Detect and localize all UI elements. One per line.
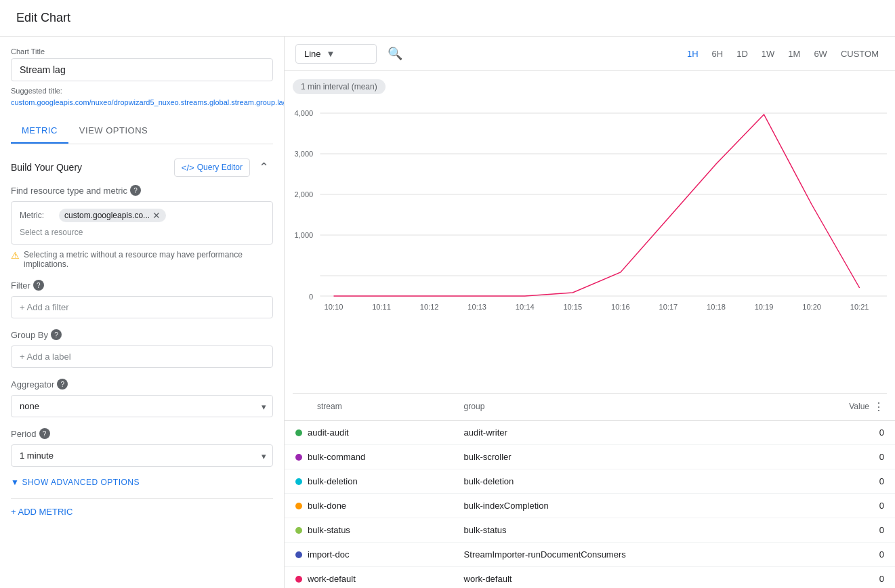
right-panel: Line ▼ 🔍 1H 6H 1D 1W 1M 6W CUSTOM 1 min … xyxy=(285,37,895,588)
tab-metric[interactable]: METRIC xyxy=(11,119,68,144)
filter-help-icon[interactable]: ? xyxy=(33,280,44,291)
aggregator-label: Aggregator ? xyxy=(11,379,273,390)
stream-dot xyxy=(295,503,302,509)
table-row: work-default work-default 0 xyxy=(285,567,895,589)
value-cell: 0 xyxy=(791,421,895,445)
chart-svg-container: 4,000 3,000 2,000 1,000 0 10:10 10:11 10… xyxy=(293,100,887,330)
table-row: bulk-status bulk-status 0 xyxy=(285,518,895,543)
table-body: audit-audit audit-writer 0 bulk-command … xyxy=(285,421,895,589)
aggregator-select[interactable]: none sum mean min max xyxy=(11,395,273,417)
tab-view-options[interactable]: VIEW OPTIONS xyxy=(68,119,159,144)
chart-type-value: Line xyxy=(304,49,321,59)
code-icon: </> xyxy=(182,163,194,173)
find-resource-section: Find resource type and metric ? Metric: … xyxy=(11,185,273,269)
group-by-input[interactable]: + Add a label xyxy=(11,345,273,368)
group-by-label: Group By ? xyxy=(11,329,273,340)
stream-cell: import-doc xyxy=(285,543,453,567)
find-resource-help-icon[interactable]: ? xyxy=(130,185,141,196)
svg-text:10:18: 10:18 xyxy=(707,303,726,311)
metric-row: Metric: custom.googleapis.co... ✕ xyxy=(20,209,264,222)
columns-icon[interactable]: ⋮ xyxy=(873,400,884,413)
group-by-help-icon[interactable]: ? xyxy=(51,329,62,340)
group-cell: bulk-indexCompletion xyxy=(453,494,791,518)
stream-name: bulk-done xyxy=(308,501,346,511)
group-cell: audit-writer xyxy=(453,421,791,445)
time-btn-6w[interactable]: 6W xyxy=(808,46,833,62)
svg-text:10:21: 10:21 xyxy=(850,303,869,311)
stream-dot xyxy=(295,429,302,436)
svg-text:10:12: 10:12 xyxy=(420,303,439,311)
chart-toolbar: Line ▼ 🔍 1H 6H 1D 1W 1M 6W CUSTOM xyxy=(285,37,895,71)
data-table: stream group Value ⋮ audit-audit audi xyxy=(285,394,895,589)
stream-name: import-doc xyxy=(308,549,349,560)
value-cell: 0 xyxy=(791,518,895,543)
filter-label: Filter ? xyxy=(11,280,273,291)
filter-input[interactable]: + Add a filter xyxy=(11,296,273,318)
add-metric-button[interactable]: + ADD METRIC xyxy=(11,498,273,525)
find-resource-label: Find resource type and metric ? xyxy=(11,185,273,196)
period-select[interactable]: 1 minute 5 minutes 10 minutes 15 minutes… xyxy=(11,444,273,467)
stream-dot xyxy=(295,551,302,558)
warning-text: Selecting a metric without a resource ma… xyxy=(24,250,273,269)
time-btn-custom[interactable]: CUSTOM xyxy=(835,46,884,62)
time-btn-1h[interactable]: 1H xyxy=(682,46,704,62)
metric-resource[interactable]: Select a resource xyxy=(20,228,264,237)
period-select-wrapper: 1 minute 5 minutes 10 minutes 15 minutes… xyxy=(11,444,273,467)
group-cell: bulk-scroller xyxy=(453,445,791,469)
stream-name: work-default xyxy=(308,574,356,584)
stream-cell: work-default xyxy=(285,567,453,589)
stream-dot xyxy=(295,527,302,534)
time-btn-6h[interactable]: 6H xyxy=(707,46,729,62)
period-section: Period ? 1 minute 5 minutes 10 minutes 1… xyxy=(11,428,273,467)
period-help-icon[interactable]: ? xyxy=(39,428,50,439)
table-header: stream group Value ⋮ xyxy=(285,394,895,421)
value-cell: 0 xyxy=(791,494,895,518)
show-advanced-options[interactable]: ▼ SHOW ADVANCED OPTIONS xyxy=(11,478,273,487)
chart-type-select[interactable]: Line ▼ xyxy=(295,44,377,64)
svg-text:10:20: 10:20 xyxy=(802,303,821,311)
chevron-down-icon: ▼ xyxy=(11,478,19,487)
warning-box: ⚠ Selecting a metric without a resource … xyxy=(11,250,273,269)
group-by-section: Group By ? + Add a label xyxy=(11,329,273,368)
stream-cell: bulk-done xyxy=(285,494,453,518)
time-btn-1m[interactable]: 1M xyxy=(783,46,806,62)
collapse-button[interactable]: ⌃ xyxy=(254,158,273,177)
warning-icon: ⚠ xyxy=(11,250,20,261)
page-header: Edit Chart xyxy=(0,0,895,37)
metric-chip-close[interactable]: ✕ xyxy=(152,211,161,220)
add-metric-label: + ADD METRIC xyxy=(11,507,72,517)
col-stream: stream xyxy=(285,394,453,421)
time-btn-1d[interactable]: 1D xyxy=(731,46,753,62)
metric-box: Metric: custom.googleapis.co... ✕ Select… xyxy=(11,201,273,245)
stream-cell: audit-audit xyxy=(285,421,453,445)
svg-text:10:14: 10:14 xyxy=(516,303,535,311)
svg-text:10:19: 10:19 xyxy=(755,303,774,311)
stream-name: bulk-deletion xyxy=(308,476,358,486)
svg-text:1,000: 1,000 xyxy=(295,231,314,239)
value-cell: 0 xyxy=(791,445,895,469)
aggregator-help-icon[interactable]: ? xyxy=(57,379,68,390)
search-icon[interactable]: 🔍 xyxy=(385,43,405,64)
page-title: Edit Chart xyxy=(16,11,70,24)
chart-title-input[interactable] xyxy=(11,58,273,81)
stream-name: bulk-command xyxy=(308,452,365,462)
svg-text:10:17: 10:17 xyxy=(659,303,678,311)
svg-text:4,000: 4,000 xyxy=(295,109,314,117)
metric-chip[interactable]: custom.googleapis.co... ✕ xyxy=(59,209,166,222)
table-row: audit-audit audit-writer 0 xyxy=(285,421,895,445)
svg-text:3,000: 3,000 xyxy=(295,150,314,158)
time-btn-1w[interactable]: 1W xyxy=(756,46,780,62)
left-panel: Chart Title Suggested title: custom.goog… xyxy=(0,37,285,588)
query-editor-button[interactable]: </> Query Editor xyxy=(174,159,250,177)
table-row: bulk-command bulk-scroller 0 xyxy=(285,445,895,469)
metrics-table: stream group Value ⋮ audit-audit audi xyxy=(285,394,895,589)
group-cell: work-default xyxy=(453,567,791,589)
filter-section: Filter ? + Add a filter xyxy=(11,280,273,318)
svg-text:0: 0 xyxy=(309,293,313,301)
suggested-title-link[interactable]: custom.googleapis.com/nuxeo/dropwizard5_… xyxy=(11,98,285,106)
stream-cell: bulk-deletion xyxy=(285,469,453,494)
svg-text:10:10: 10:10 xyxy=(325,303,344,311)
period-label: Period ? xyxy=(11,428,273,439)
svg-text:2,000: 2,000 xyxy=(295,190,314,198)
stream-dot xyxy=(295,478,302,485)
